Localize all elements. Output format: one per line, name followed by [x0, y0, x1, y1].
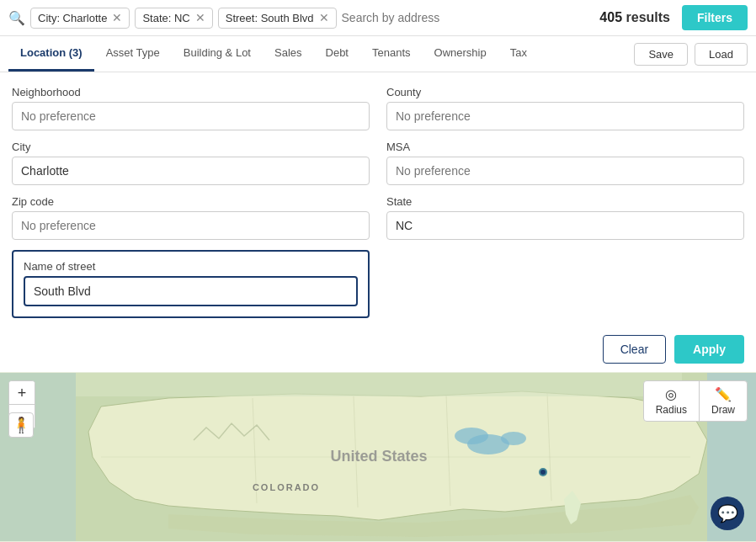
chip-street-close-icon[interactable]: ✕	[319, 12, 329, 24]
tab-building-lot[interactable]: Building & Lot	[172, 36, 263, 72]
map-radius-draw: ◎ Radius ✏️ Draw	[643, 380, 748, 422]
tab-tax[interactable]: Tax	[498, 36, 539, 72]
draw-icon: ✏️	[715, 386, 732, 402]
zoom-in-button[interactable]: +	[9, 381, 35, 405]
results-count: 405 results	[599, 10, 670, 25]
chat-icon: 💬	[717, 503, 738, 523]
city-field: City	[12, 141, 370, 185]
tab-sales[interactable]: Sales	[263, 36, 314, 72]
tab-debt[interactable]: Debt	[314, 36, 360, 72]
state-input[interactable]	[386, 211, 744, 240]
msa-field: MSA	[386, 141, 744, 185]
chip-street[interactable]: Street: South Blvd ✕	[218, 8, 337, 29]
tabs-row: Location (3) Asset Type Building & Lot S…	[0, 36, 756, 72]
apply-button[interactable]: Apply	[674, 335, 744, 364]
city-input[interactable]	[12, 157, 370, 185]
neighborhood-input[interactable]	[12, 102, 370, 130]
chat-button[interactable]: 💬	[711, 497, 744, 530]
filters-button[interactable]: Filters	[682, 5, 748, 30]
zip-code-input[interactable]	[12, 211, 370, 240]
draw-button[interactable]: ✏️ Draw	[700, 381, 747, 421]
city-label: City	[12, 141, 370, 153]
tab-tenants[interactable]: Tenants	[360, 36, 423, 72]
search-input-wrap	[342, 11, 595, 24]
neighborhood-label: Neighborhood	[12, 86, 370, 98]
svg-point-16	[540, 470, 546, 475]
tab-asset-type[interactable]: Asset Type	[94, 36, 172, 72]
chip-city[interactable]: City: Charlotte ✕	[30, 8, 130, 29]
zip-code-label: Zip code	[12, 195, 370, 208]
form-actions: Clear Apply	[0, 327, 756, 372]
radius-button[interactable]: ◎ Radius	[644, 381, 700, 421]
street-name-input[interactable]	[24, 276, 358, 306]
county-input[interactable]	[386, 102, 744, 130]
svg-text:United States: United States	[330, 448, 427, 465]
person-icon: 🧍	[12, 416, 30, 434]
svg-rect-12	[76, 373, 682, 396]
state-field: State	[386, 195, 744, 240]
filter-form: Neighborhood County City MSA Zip code St…	[0, 72, 756, 327]
svg-point-4	[455, 428, 488, 444]
tabs-actions: Save Load	[634, 43, 748, 66]
state-label: State	[386, 195, 744, 208]
street-name-label: Name of street	[24, 260, 358, 273]
search-bar: 🔍 City: Charlotte ✕ State: NC ✕ Street: …	[0, 0, 756, 36]
neighborhood-field: Neighborhood	[12, 86, 370, 130]
map-container: United States COLORADO + − 🧍 ◎ Radius	[0, 372, 756, 542]
save-button[interactable]: Save	[634, 43, 688, 66]
street-name-section: Name of street	[12, 250, 370, 318]
street-view-button[interactable]: 🧍	[8, 412, 34, 438]
clear-button[interactable]: Clear	[603, 335, 666, 364]
radius-icon: ◎	[665, 386, 677, 402]
search-icon: 🔍	[8, 10, 25, 26]
chip-state[interactable]: State: NC ✕	[135, 8, 212, 29]
tab-location[interactable]: Location (3)	[8, 36, 94, 72]
svg-point-3	[501, 432, 526, 445]
chip-city-close-icon[interactable]: ✕	[112, 12, 122, 24]
county-field: County	[386, 86, 744, 130]
msa-input[interactable]	[386, 157, 744, 185]
load-button[interactable]: Load	[695, 43, 748, 66]
msa-label: MSA	[386, 141, 744, 153]
chip-state-close-icon[interactable]: ✕	[195, 12, 205, 24]
tab-ownership[interactable]: Ownership	[423, 36, 498, 72]
search-input[interactable]	[342, 11, 595, 24]
county-label: County	[386, 86, 744, 98]
zip-code-field: Zip code	[12, 195, 370, 240]
svg-text:COLORADO: COLORADO	[253, 482, 320, 492]
